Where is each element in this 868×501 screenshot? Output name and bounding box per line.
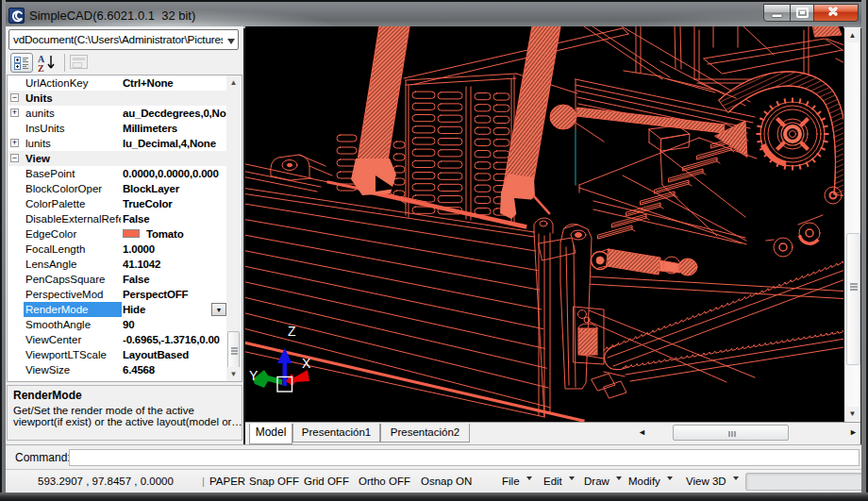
svg-text:Z: Z <box>288 324 296 339</box>
svg-text:X: X <box>302 356 311 371</box>
svg-text:Y: Y <box>249 368 259 383</box>
svg-text:Z: Z <box>38 63 44 73</box>
